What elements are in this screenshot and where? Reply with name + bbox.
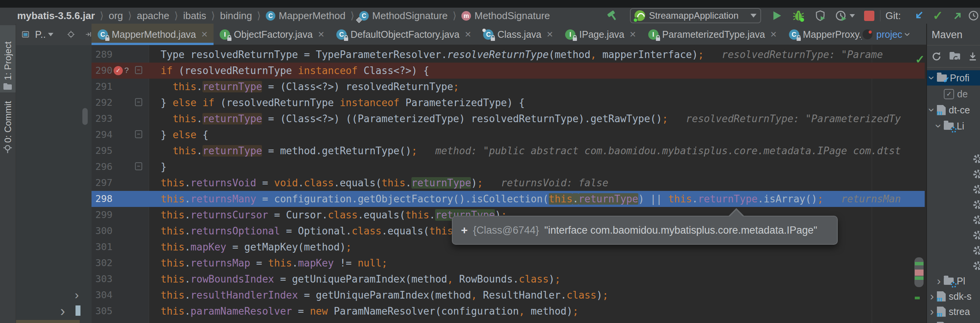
maven-tree-row[interactable] [927,258,980,273]
chevron-right-icon[interactable]: › [937,275,941,287]
code-line[interactable]: 296− } [92,159,925,175]
code-line[interactable]: 295 this.returnType = method.getReturnTy… [92,143,925,159]
sync-folder-icon[interactable] [949,51,961,62]
breadcrumb-item[interactable]: apache [137,10,169,22]
chevron-down-icon[interactable]: › [926,108,938,112]
tool-stripe-project-button[interactable]: 1: Project [0,25,16,92]
code-line[interactable]: 298 this.returnsMany = configuration.get… [92,191,925,207]
maven-tree-row[interactable]: ›mdt-ce [927,102,980,118]
breakpoint-icon[interactable]: ✓ [114,66,123,75]
refresh-icon[interactable] [931,51,942,62]
close-icon[interactable]: × [201,28,207,40]
chevron-right-icon[interactable]: › [930,321,934,323]
hidden-tabs-dropdown[interactable]: projec › [863,24,910,45]
maven-tree-row[interactable]: ✓de [927,86,980,102]
maven-tree-row[interactable] [927,182,980,197]
chevron-right-icon[interactable]: › [930,291,934,302]
breadcrumb-item[interactable]: mybatis-3.5.6.jar [17,10,95,22]
code-line[interactable]: 304 this.resultHandlerIndex = getUniqueP… [92,287,925,303]
run-button[interactable] [771,9,782,22]
project-view-dropdown[interactable]: P.. [35,29,53,40]
chevron-right-icon[interactable]: › [930,306,934,317]
close-icon[interactable]: × [770,28,776,40]
maven-tree-row[interactable]: ›msdk-s [927,289,980,304]
inspections-ok-icon[interactable]: ✓ [915,53,925,66]
tab-objectfactory-java[interactable]: IObjectFactory.java× [214,24,330,45]
maven-tree-row[interactable] [927,243,980,258]
breadcrumb-item[interactable]: binding [220,10,252,22]
maven-tree-row[interactable]: ›✓Profi [927,70,980,86]
expand-value-icon[interactable]: + [461,224,468,237]
breadcrumb-item[interactable]: ibatis [183,10,206,22]
tool-stripe-commit-button[interactable]: 0: Commit [0,95,16,156]
git-commit-button[interactable]: ✓ [933,9,943,22]
window-zoom-icon[interactable] [22,0,28,4]
git-update-button[interactable] [913,9,925,22]
tab-defaultobjectfactory-java[interactable]: CDefaultObjectFactory.java× [330,24,477,45]
tree-expand-chevron-icon[interactable]: › [60,303,65,320]
breadcrumb-item[interactable]: mMethodSignature [461,10,550,22]
run-configuration-select[interactable]: StreamappApplication [630,8,761,23]
close-icon[interactable]: × [630,28,636,40]
maven-tree-row[interactable]: ›mstrea [927,304,980,319]
code-line[interactable]: 292− } else if (resolvedReturnType insta… [92,95,925,111]
debug-button[interactable] [792,9,805,22]
maven-tree-row[interactable]: ›Pl [927,273,980,289]
download-sources-icon[interactable] [967,51,978,62]
local-history-button[interactable] [968,9,979,22]
fold-marker-icon[interactable]: − [135,66,142,74]
maven-tree-row[interactable] [927,197,980,212]
chevron-down-icon[interactable]: › [933,124,945,128]
code-line[interactable]: 294− } else { [92,127,925,143]
locate-file-icon[interactable] [67,29,75,40]
maven-tree-row[interactable] [927,151,980,166]
project-panel-scrollbar[interactable] [82,108,88,125]
checkbox-checked-icon[interactable]: ✓ [944,89,954,99]
breadcrumb-item[interactable]: CMethodSignature [359,10,448,22]
code-line[interactable]: 305 this.paramNameResolver = new ParamNa… [92,303,925,319]
tab-ipage-java[interactable]: IIPage.java× [559,24,642,45]
close-icon[interactable]: × [318,28,324,40]
gear-icon [972,215,980,225]
tooltip-arrow [729,210,743,217]
maven-tree-row[interactable]: ›Li [927,118,980,134]
maven-module-icon: m [937,105,946,115]
tab-mappermethod-java[interactable]: CMapperMethod.java× [92,24,214,45]
code-line[interactable]: 302 this.returnsMap = this.mapKey != nul… [92,255,925,271]
run-with-coverage-button[interactable] [815,9,826,22]
code-line[interactable]: 306 } [92,319,925,323]
maven-tree-row[interactable] [927,212,980,228]
window-minimize-icon[interactable] [13,0,19,4]
code-line[interactable]: 289 Type resolvedReturnType = TypeParame… [92,47,925,63]
code-line[interactable]: 303 this.rowBoundsIndex = getUniqueParam… [92,271,925,287]
close-icon[interactable]: × [465,28,471,40]
tab-mapperproxy-java[interactable]: CMapperProxy.java× [783,24,862,45]
tab-class-java[interactable]: CClass.java× [477,24,559,45]
code-line[interactable]: 293 this.returnType = (Class<?>) ((Param… [92,111,925,127]
tab-parameterizedtype-java[interactable]: IParameterizedType.java× [642,24,783,45]
breadcrumb-item[interactable]: CMapperMethod [266,10,345,22]
collapse-panel-icon[interactable] [85,30,92,39]
project-view-icon [21,29,30,40]
maven-tree-row[interactable] [927,228,980,243]
close-icon[interactable]: × [547,28,553,40]
tree-expand-chevron-icon[interactable]: › [75,288,79,302]
window-close-icon[interactable] [4,0,10,4]
arrow-up-right-icon [952,10,964,22]
fold-marker-icon[interactable]: − [135,162,142,170]
code-line[interactable]: 291 this.returnType = (Class<?>) resolve… [92,79,925,95]
code-line[interactable]: 290✓?− if (resolvedReturnType instanceof… [92,63,925,79]
profiler-button[interactable] [835,9,855,22]
maven-tree-row[interactable] [927,166,980,182]
code-editor[interactable]: 289 Type resolvedReturnType = TypeParame… [92,45,925,323]
fold-marker-icon[interactable]: − [135,98,142,106]
git-push-button[interactable] [952,9,964,22]
stop-button[interactable] [864,9,874,22]
maven-tree-row[interactable]: ›mstrea [927,319,980,323]
fold-marker-icon[interactable]: − [135,130,142,138]
code-line[interactable]: 297 this.returnsVoid = void.class.equals… [92,175,925,191]
chevron-down-icon[interactable]: › [926,76,938,80]
build-hammer-button[interactable] [606,9,619,22]
maven-tree-label: Pl [957,276,965,287]
breadcrumb-item[interactable]: org [109,10,123,22]
